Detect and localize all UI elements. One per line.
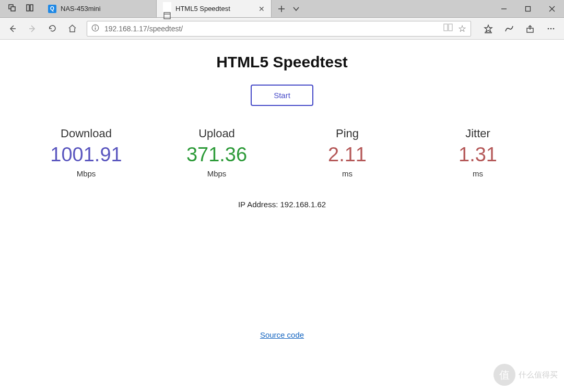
svg-rect-1 xyxy=(11,7,15,11)
site-info-icon[interactable] xyxy=(91,24,99,33)
window-controls xyxy=(492,0,564,17)
watermark-icon: 值 xyxy=(494,364,515,386)
tab-label: NAS-453mini xyxy=(61,5,150,13)
metric-label: Jitter xyxy=(413,127,543,140)
svg-point-24 xyxy=(548,28,549,29)
url-input[interactable]: 192.168.1.17/speedtest/ ☆ xyxy=(87,21,471,37)
close-window-button[interactable] xyxy=(540,0,564,17)
metric-label: Ping xyxy=(282,127,413,140)
svg-rect-9 xyxy=(526,6,531,11)
tab-menu-chevron-icon[interactable] xyxy=(292,5,300,13)
metric-label: Download xyxy=(21,127,151,140)
favorites-icon[interactable] xyxy=(479,20,497,37)
tab-actions-icon[interactable] xyxy=(8,4,16,13)
back-button[interactable] xyxy=(4,20,21,37)
metrics-row: Download 1001.91 Mbps Upload 371.36 Mbps… xyxy=(0,127,564,178)
ip-address-line: IP Address: 192.168.1.62 xyxy=(0,200,564,209)
metric-value: 1001.91 xyxy=(21,144,151,166)
svg-rect-4 xyxy=(164,13,170,19)
page-title: HTML5 Speedtest xyxy=(0,53,564,71)
metric-value: 371.36 xyxy=(151,144,282,166)
minimize-button[interactable] xyxy=(492,0,516,17)
tab-action-buttons xyxy=(272,0,306,17)
metric-label: Upload xyxy=(151,127,282,140)
metric-download: Download 1001.91 Mbps xyxy=(21,127,151,178)
ip-label: IP Address: xyxy=(238,200,280,209)
metric-value: 1.31 xyxy=(413,144,543,166)
address-bar: 192.168.1.17/speedtest/ ☆ xyxy=(0,18,564,40)
new-tab-icon[interactable] xyxy=(278,5,285,13)
favorite-star-icon[interactable]: ☆ xyxy=(458,23,466,34)
watermark: 值 什么值得买 xyxy=(494,364,558,386)
reading-view-icon[interactable] xyxy=(443,23,453,33)
tab-preview-buttons[interactable] xyxy=(0,0,42,17)
titlebar-spacer xyxy=(306,0,492,17)
page-icon xyxy=(163,2,171,16)
metric-ping: Ping 2.11 ms xyxy=(282,127,413,178)
source-code-link[interactable]: Source code xyxy=(260,330,304,339)
url-text: 192.168.1.17/speedtest/ xyxy=(104,25,438,33)
start-button[interactable]: Start xyxy=(251,85,313,106)
share-icon[interactable] xyxy=(521,20,539,37)
svg-rect-17 xyxy=(444,24,448,31)
metric-unit: ms xyxy=(413,169,543,178)
forward-button[interactable] xyxy=(24,20,41,37)
svg-rect-2 xyxy=(27,5,29,11)
metric-unit: Mbps xyxy=(21,169,151,178)
source-code-link-wrap: Source code xyxy=(0,330,564,340)
home-button[interactable] xyxy=(64,20,80,37)
watermark-text: 什么值得买 xyxy=(519,370,558,380)
svg-marker-19 xyxy=(485,25,492,32)
svg-point-25 xyxy=(550,28,552,29)
metric-value: 2.11 xyxy=(282,144,413,166)
toolbar-buttons xyxy=(477,20,560,37)
svg-point-16 xyxy=(95,26,96,27)
window-titlebar: Q NAS-453mini HTML5 Speedtest ✕ xyxy=(0,0,564,18)
close-tab-icon[interactable]: ✕ xyxy=(258,5,265,13)
tab-speedtest[interactable]: HTML5 Speedtest ✕ xyxy=(157,0,272,17)
page-content: HTML5 Speedtest Start Download 1001.91 M… xyxy=(0,40,564,392)
svg-rect-3 xyxy=(30,5,33,11)
ip-value: 192.168.1.62 xyxy=(280,200,326,209)
more-icon[interactable] xyxy=(542,20,560,37)
metric-jitter: Jitter 1.31 ms xyxy=(413,127,543,178)
metric-unit: Mbps xyxy=(151,169,282,178)
svg-rect-18 xyxy=(449,24,452,31)
qnap-icon: Q xyxy=(48,5,56,13)
tab-label: HTML5 Speedtest xyxy=(175,5,254,13)
maximize-button[interactable] xyxy=(516,0,540,17)
svg-point-26 xyxy=(553,28,555,29)
metric-unit: ms xyxy=(282,169,413,178)
metric-upload: Upload 371.36 Mbps xyxy=(151,127,282,178)
notes-icon[interactable] xyxy=(500,20,518,37)
set-aside-tabs-icon[interactable] xyxy=(26,4,33,13)
tab-nas[interactable]: Q NAS-453mini xyxy=(42,0,157,17)
refresh-button[interactable] xyxy=(44,20,61,37)
